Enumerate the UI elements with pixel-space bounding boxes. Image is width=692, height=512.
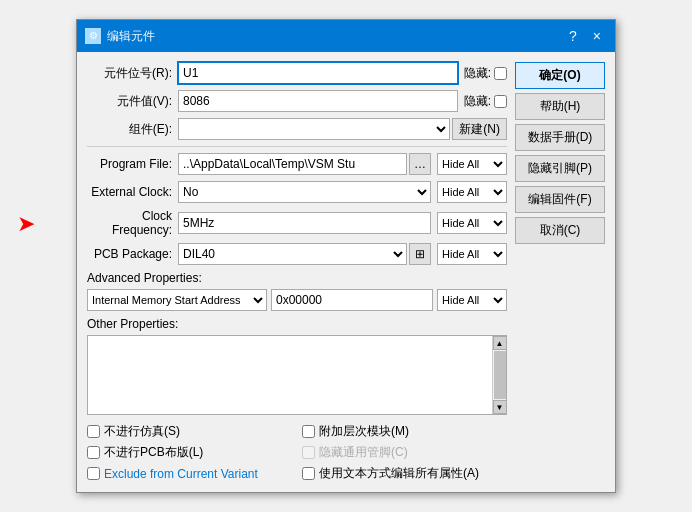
program-file-label: Program File: <box>87 157 172 171</box>
ref-hide-check: 隐藏: <box>464 65 507 82</box>
advanced-row: Internal Memory Start Address Hide All <box>87 289 507 311</box>
part-input-group: 新建(N) <box>178 118 507 140</box>
exclude-variant-check: Exclude from Current Variant <box>87 465 292 482</box>
program-file-group: … <box>178 153 431 175</box>
cancel-button[interactable]: 取消(C) <box>515 217 605 244</box>
value-row: 元件值(V): 隐藏: <box>87 90 507 112</box>
hide-common-checkbox <box>302 446 315 459</box>
part-row: 组件(E): 新建(N) <box>87 118 507 140</box>
program-file-input[interactable] <box>178 153 407 175</box>
hide-common-label: 隐藏通用管脚(C) <box>319 444 408 461</box>
program-file-hide-select[interactable]: Hide All <box>437 153 507 175</box>
value-label: 元件值(V): <box>87 93 172 110</box>
dialog-body: 元件位号(R): 隐藏: 元件值(V): 隐藏: 组件(E): <box>77 52 615 492</box>
program-file-browse-btn[interactable]: … <box>409 153 431 175</box>
title-bar: ⚙ 编辑元件 ? × <box>77 20 615 52</box>
datasheet-button[interactable]: 数据手册(D) <box>515 124 605 151</box>
edit-component-dialog: ⚙ 编辑元件 ? × 元件位号(R): 隐藏: 元件值(V): <box>76 19 616 493</box>
external-clock-row: External Clock: No Hide All <box>87 181 507 203</box>
advanced-hide-select[interactable]: Hide All <box>437 289 507 311</box>
help-button[interactable]: 帮助(H) <box>515 93 605 120</box>
footer-checks: 不进行仿真(S) 附加层次模块(M) 不进行PCB布版(L) 隐藏通用管脚(C)… <box>87 423 507 482</box>
no-pcb-label: 不进行PCB布版(L) <box>104 444 203 461</box>
clock-freq-label: Clock Frequency: <box>87 209 172 237</box>
other-props-label: Other Properties: <box>87 317 507 331</box>
value-hide-label: 隐藏: <box>464 93 491 110</box>
clock-freq-input[interactable] <box>178 212 431 234</box>
external-clock-select[interactable]: No <box>178 181 431 203</box>
attach-sub-label: 附加层次模块(M) <box>319 423 409 440</box>
dialog-title: 编辑元件 <box>107 28 155 45</box>
use-text-checkbox[interactable] <box>302 467 315 480</box>
no-sim-checkbox[interactable] <box>87 425 100 438</box>
advanced-prop-select[interactable]: Internal Memory Start Address <box>87 289 267 311</box>
pcb-package-row: PCB Package: DIL40 ⊞ Hide All <box>87 243 507 265</box>
part-label: 组件(E): <box>87 121 172 138</box>
no-sim-check: 不进行仿真(S) <box>87 423 292 440</box>
edit-firmware-button[interactable]: 编辑固件(F) <box>515 186 605 213</box>
ok-button[interactable]: 确定(O) <box>515 62 605 89</box>
hide-pins-button[interactable]: 隐藏引脚(P) <box>515 155 605 182</box>
scroll-thumb <box>494 351 506 399</box>
title-bar-controls: ? × <box>563 26 607 46</box>
exclude-variant-label: Exclude from Current Variant <box>104 467 258 481</box>
divider1 <box>87 146 507 147</box>
red-arrow: ➤ <box>17 211 35 237</box>
ref-hide-checkbox[interactable] <box>494 67 507 80</box>
part-select[interactable] <box>178 118 450 140</box>
use-text-label: 使用文本方式编辑所有属性(A) <box>319 465 479 482</box>
close-button[interactable]: × <box>587 26 607 46</box>
no-pcb-check: 不进行PCB布版(L) <box>87 444 292 461</box>
hide-common-check: 隐藏通用管脚(C) <box>302 444 507 461</box>
pcb-package-label: PCB Package: <box>87 247 172 261</box>
value-input[interactable] <box>178 90 458 112</box>
no-pcb-checkbox[interactable] <box>87 446 100 459</box>
pcb-package-hide-select[interactable]: Hide All <box>437 243 507 265</box>
other-props-scrollbar: ▲ ▼ <box>492 336 506 414</box>
no-sim-label: 不进行仿真(S) <box>104 423 180 440</box>
pcb-package-group: DIL40 ⊞ <box>178 243 431 265</box>
clock-freq-row: ➤ Clock Frequency: Hide All <box>87 209 507 237</box>
scroll-down-btn[interactable]: ▼ <box>493 400 507 414</box>
exclude-variant-checkbox[interactable] <box>87 467 100 480</box>
main-content: 元件位号(R): 隐藏: 元件值(V): 隐藏: 组件(E): <box>87 62 507 482</box>
attach-sub-check: 附加层次模块(M) <box>302 423 507 440</box>
ref-label: 元件位号(R): <box>87 65 172 82</box>
attach-sub-checkbox[interactable] <box>302 425 315 438</box>
help-icon-btn[interactable]: ? <box>563 26 583 46</box>
pcb-package-browse-btn[interactable]: ⊞ <box>409 243 431 265</box>
dialog-icon: ⚙ <box>85 28 101 44</box>
ref-input[interactable] <box>178 62 458 84</box>
program-file-row: Program File: … Hide All <box>87 153 507 175</box>
clock-freq-hide-select[interactable]: Hide All <box>437 212 507 234</box>
external-clock-hide-select[interactable]: Hide All <box>437 181 507 203</box>
value-hide-check: 隐藏: <box>464 93 507 110</box>
pcb-package-select[interactable]: DIL40 <box>178 243 407 265</box>
scroll-up-btn[interactable]: ▲ <box>493 336 507 350</box>
value-hide-checkbox[interactable] <box>494 95 507 108</box>
use-text-check: 使用文本方式编辑所有属性(A) <box>302 465 507 482</box>
advanced-value-input[interactable] <box>271 289 433 311</box>
external-clock-label: External Clock: <box>87 185 172 199</box>
other-props-box: ▲ ▼ <box>87 335 507 415</box>
ref-hide-label: 隐藏: <box>464 65 491 82</box>
new-button[interactable]: 新建(N) <box>452 118 507 140</box>
title-bar-left: ⚙ 编辑元件 <box>85 28 155 45</box>
side-buttons: 确定(O) 帮助(H) 数据手册(D) 隐藏引脚(P) 编辑固件(F) 取消(C… <box>515 62 605 482</box>
advanced-label: Advanced Properties: <box>87 271 507 285</box>
ref-row: 元件位号(R): 隐藏: <box>87 62 507 84</box>
